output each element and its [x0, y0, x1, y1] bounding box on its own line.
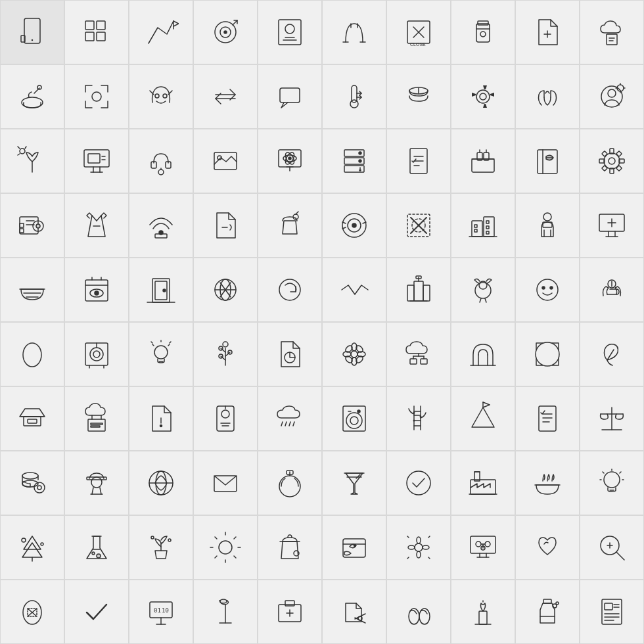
cell-music-player[interactable] — [0, 193, 64, 258]
cell-pie-chart-doc[interactable] — [258, 322, 322, 386]
cell-globe-circle[interactable] — [129, 451, 193, 515]
cell-scissors-paper[interactable] — [322, 580, 386, 644]
cell-tower-antenna[interactable] — [386, 258, 451, 322]
cell-mobile-phone[interactable] — [0, 0, 64, 64]
cell-database-gear[interactable] — [0, 451, 64, 515]
cell-disc-spin[interactable] — [322, 193, 386, 258]
cell-music-headphones[interactable] — [129, 129, 193, 193]
cell-zigzag-line[interactable] — [322, 258, 386, 322]
cell-monitor-plus[interactable] — [580, 193, 644, 258]
cell-user-circle-gear[interactable] — [580, 64, 644, 129]
cell-bowl-stripes[interactable] — [0, 258, 64, 322]
cell-factory-building[interactable] — [451, 451, 515, 515]
cell-city-buildings[interactable] — [451, 193, 515, 258]
cell-plant-pot[interactable] — [129, 515, 193, 580]
cell-monitor-screen[interactable] — [64, 129, 129, 193]
cell-bamboo-plant[interactable] — [386, 386, 451, 451]
cell-cloud-network[interactable] — [386, 322, 451, 386]
cell-search-zoom[interactable] — [580, 515, 644, 580]
cell-mortar-pestle[interactable] — [0, 64, 64, 129]
cell-landscape-photo[interactable] — [193, 129, 258, 193]
cell-monitor-nodes[interactable] — [451, 515, 515, 580]
cell-bucket-target[interactable] — [258, 193, 322, 258]
cell-document-speaker[interactable] — [193, 193, 258, 258]
cell-thermometer-arrows[interactable] — [322, 64, 386, 129]
cell-flask-science[interactable] — [64, 515, 129, 580]
cell-globe-cross[interactable] — [193, 258, 258, 322]
cell-bowl-steam[interactable] — [515, 451, 580, 515]
cell-target-arrow[interactable] — [193, 0, 258, 64]
cell-settings-panel[interactable] — [258, 0, 322, 64]
cell-ornament-ball[interactable] — [258, 451, 322, 515]
cell-aquarium-fish[interactable] — [322, 515, 386, 580]
cell-tree-branch[interactable] — [193, 322, 258, 386]
cell-server-alert[interactable] — [322, 129, 386, 193]
cell-arch-gate[interactable] — [451, 322, 515, 386]
cell-billboard-binary[interactable]: 0110 — [129, 580, 193, 644]
cell-bottle-liquid[interactable] — [515, 580, 580, 644]
cell-horseshoe-magnet[interactable] — [322, 0, 386, 64]
cell-eco-hands[interactable] — [515, 64, 580, 129]
cell-id-phone[interactable] — [193, 386, 258, 451]
cell-bandage-egg[interactable] — [0, 580, 64, 644]
cell-cloud-printer[interactable] — [64, 386, 129, 451]
cell-chat-bubble[interactable] — [258, 64, 322, 129]
cell-lab-coat[interactable] — [64, 193, 129, 258]
cell-atom-screen[interactable] — [258, 129, 322, 193]
cell-bottles-rack[interactable] — [451, 129, 515, 193]
cell-first-aid-case[interactable] — [258, 580, 322, 644]
cell-checkmark-circle[interactable] — [386, 451, 451, 515]
cell-safe-box[interactable] — [64, 322, 129, 386]
cell-checkmark[interactable] — [64, 580, 129, 644]
cell-hood-vent[interactable] — [0, 386, 64, 451]
cell-checklist[interactable] — [386, 129, 451, 193]
cell-bucket-paint[interactable] — [258, 515, 322, 580]
cell-balance-scale[interactable] — [580, 386, 644, 451]
cell-egg-oval[interactable] — [0, 322, 64, 386]
cell-file-warning[interactable] — [129, 386, 193, 451]
cell-cocktail-drink[interactable] — [322, 451, 386, 515]
cell-book-leaf[interactable] — [515, 129, 580, 193]
cell-dollar-stack[interactable] — [386, 64, 451, 129]
cell-candle-fire[interactable] — [451, 580, 515, 644]
cell-flip-flops[interactable] — [386, 580, 451, 644]
cell-hands-dollar[interactable] — [580, 258, 644, 322]
cell-worker-hat[interactable] — [64, 451, 129, 515]
cell-worker-person[interactable] — [515, 193, 580, 258]
cell-washer-machine[interactable] — [322, 386, 386, 451]
cell-document-plus[interactable] — [515, 0, 580, 64]
cell-face-smile[interactable] — [515, 258, 580, 322]
cell-leaf-hand[interactable] — [580, 322, 644, 386]
cell-no-cross-box[interactable] — [386, 193, 451, 258]
cell-document-lines[interactable] — [515, 386, 580, 451]
cell-plant-sun[interactable] — [0, 129, 64, 193]
cell-door-frame[interactable] — [129, 258, 193, 322]
cell-flower-sparkle[interactable] — [386, 515, 451, 580]
cell-scan-target[interactable] — [64, 64, 129, 129]
cell-sun-rays[interactable] — [193, 515, 258, 580]
cell-wifi-broadcast[interactable] — [129, 193, 193, 258]
cell-close-sign[interactable]: CLOSE — [386, 0, 451, 64]
cell-news-document[interactable] — [580, 580, 644, 644]
cell-bulb-spark[interactable] — [129, 322, 193, 386]
cell-calendar-eye[interactable] — [64, 258, 129, 322]
cell-cloud-document[interactable] — [580, 0, 644, 64]
cell-gear-large[interactable] — [580, 129, 644, 193]
cell-street-lamp[interactable] — [193, 580, 258, 644]
cell-flower-bloom[interactable] — [322, 322, 386, 386]
cell-heart-leaf[interactable] — [515, 515, 580, 580]
cell-grid-layout[interactable] — [64, 0, 129, 64]
cell-arrows-exchange[interactable] — [193, 64, 258, 129]
cell-refresh-circle[interactable] — [258, 258, 322, 322]
cell-mountain-flag[interactable] — [129, 0, 193, 64]
cell-mountain-flag2[interactable] — [451, 386, 515, 451]
cell-monster-face[interactable] — [129, 64, 193, 129]
cell-tree-triangle[interactable] — [0, 515, 64, 580]
cell-envelope-mail[interactable] — [193, 451, 258, 515]
cell-cloud-weather[interactable] — [258, 386, 322, 451]
cell-gear-cog[interactable] — [451, 64, 515, 129]
cell-circle-outline[interactable] — [515, 322, 580, 386]
cell-turkey-bird[interactable] — [451, 258, 515, 322]
cell-jar-container[interactable] — [451, 0, 515, 64]
cell-lightbulb[interactable] — [580, 451, 644, 515]
